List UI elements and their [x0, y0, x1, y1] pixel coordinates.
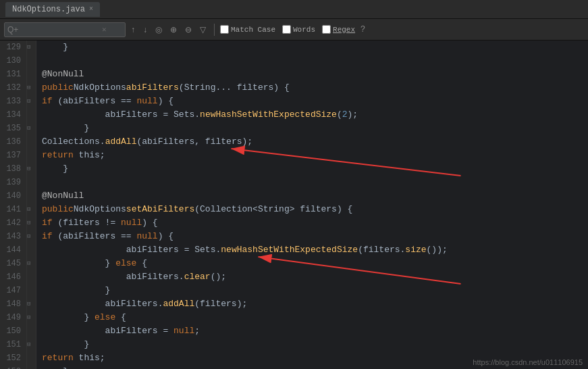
gutter-row: [27, 135, 36, 149]
gutter-row: ⊟: [27, 311, 36, 324]
search-input[interactable]: [7, 25, 102, 34]
gutter: ⊟⊟⊟⊟⊟⊟⊟⊟⊟⊟⊟⊟⊟: [27, 41, 36, 369]
match-case-checkbox[interactable]: [220, 25, 229, 34]
fold-icon[interactable]: ⊟: [27, 125, 30, 132]
search-input-wrap[interactable]: ✕: [4, 22, 126, 37]
table-row: abiFilters = Sets.newHashSetWithExpected…: [42, 243, 583, 257]
search-filter-button[interactable]: ▽: [197, 24, 209, 36]
left-panel: 1291301311321331341351361371381391401411…: [0, 41, 36, 369]
search-find-button[interactable]: ◎: [153, 24, 165, 36]
gutter-row: ⊟: [27, 297, 36, 311]
line-number: 143: [3, 230, 21, 243]
line-number: 153: [3, 365, 21, 369]
match-case-option: Match Case: [220, 25, 275, 34]
line-number: 130: [3, 54, 21, 68]
fold-icon[interactable]: ⊟: [27, 233, 30, 240]
words-option: Words: [282, 25, 315, 34]
gutter-row: ⊟: [27, 216, 36, 230]
line-number: 144: [3, 243, 21, 257]
line-number: 147: [3, 284, 21, 297]
tab-label: NdkOptions.java: [12, 5, 85, 14]
search-next-button[interactable]: ↓: [140, 24, 150, 36]
words-checkbox[interactable]: [282, 25, 291, 34]
line-number: 145: [3, 257, 21, 270]
fold-icon[interactable]: ⊟: [27, 341, 30, 348]
table-row: }: [42, 338, 583, 351]
fold-icon[interactable]: ⊟: [27, 98, 30, 105]
table-row: if (abiFilters == null) {: [42, 230, 583, 243]
table-row: @NonNull: [42, 189, 583, 203]
line-number: 140: [3, 189, 21, 203]
fold-icon[interactable]: ⊟: [27, 301, 30, 308]
match-case-label[interactable]: Match Case: [231, 26, 275, 34]
tab-close-icon[interactable]: ×: [89, 5, 93, 13]
line-number: 139: [3, 176, 21, 189]
fold-icon[interactable]: ⊟: [27, 314, 30, 321]
line-number: 146: [3, 270, 21, 284]
attribution: https://blog.csdn.net/u011106915: [473, 358, 583, 366]
table-row: } else {: [42, 311, 583, 324]
table-row: public NdkOptions abiFilters(String... f…: [42, 81, 583, 95]
gutter-row: ⊟: [27, 95, 36, 108]
fold-icon[interactable]: ⊟: [27, 206, 30, 213]
help-icon[interactable]: ?: [360, 25, 365, 34]
gutter-row: [27, 108, 36, 122]
line-number: 134: [3, 108, 21, 122]
table-row: if (filters != null) {: [42, 216, 583, 230]
line-numbers: 1291301311321331341351361371381391401411…: [0, 41, 27, 369]
table-row: }: [42, 122, 583, 135]
title-bar: NdkOptions.java ×: [0, 0, 588, 19]
gutter-row: ⊟: [27, 81, 36, 95]
fold-icon[interactable]: ⊟: [27, 44, 30, 51]
line-number: 142: [3, 216, 21, 230]
fold-icon[interactable]: ⊟: [27, 166, 30, 172]
table-row: return this;: [42, 149, 583, 162]
gutter-row: [27, 54, 36, 68]
regex-label[interactable]: Regex: [333, 26, 355, 34]
table-row: abiFilters.addAll(filters);: [42, 297, 583, 311]
search-extra2-button[interactable]: ⊖: [182, 24, 194, 36]
line-number: 149: [3, 311, 21, 324]
search-clear-icon: ✕: [102, 25, 107, 34]
table-row: public NdkOptions setAbiFilters(Collecti…: [42, 203, 583, 216]
regex-option: Regex: [322, 25, 355, 34]
gutter-row: [27, 68, 36, 81]
regex-checkbox[interactable]: [322, 25, 331, 34]
table-row: @NonNull: [42, 68, 583, 81]
gutter-row: [27, 270, 36, 284]
table-row: abiFilters = null;: [42, 324, 583, 338]
gutter-row: [27, 149, 36, 162]
table-row: }: [42, 41, 583, 54]
fold-icon[interactable]: ⊟: [27, 220, 30, 226]
gutter-row: ⊟: [27, 338, 36, 351]
table-row: Collections.addAll(abiFilters, filters);: [42, 135, 583, 149]
search-bar: ✕ ↑ ↓ ◎ ⊕ ⊖ ▽ Match Case Words Regex ?: [0, 19, 588, 41]
line-number: 133: [3, 95, 21, 108]
gutter-row: ⊟: [27, 230, 36, 243]
gutter-row: ⊟: [27, 365, 36, 369]
fold-icon[interactable]: ⊟: [27, 84, 30, 91]
search-prev-button[interactable]: ↑: [128, 24, 138, 36]
table-row: } else {: [42, 257, 583, 270]
search-divider: [214, 24, 215, 36]
words-label[interactable]: Words: [293, 26, 315, 34]
line-number: 136: [3, 135, 21, 149]
gutter-row: ⊟: [27, 257, 36, 270]
fold-icon[interactable]: ⊟: [27, 260, 30, 267]
table-row: if (abiFilters == null) {: [42, 95, 583, 108]
search-extra-button[interactable]: ⊕: [167, 24, 180, 36]
line-number: 131: [3, 68, 21, 81]
gutter-row: [27, 189, 36, 203]
gutter-row: [27, 176, 36, 189]
table-row: abiFilters.clear();: [42, 270, 583, 284]
code-area: 1291301311321331341351361371381391401411…: [0, 41, 588, 369]
line-number: 137: [3, 149, 21, 162]
gutter-row: [27, 351, 36, 365]
line-number: 141: [3, 203, 21, 216]
file-tab[interactable]: NdkOptions.java ×: [5, 2, 100, 17]
code-content[interactable]: } @NonNull public NdkOptions abiFilters(…: [36, 41, 588, 369]
gutter-row: ⊟: [27, 203, 36, 216]
line-number: 129: [3, 41, 21, 54]
gutter-row: ⊟: [27, 41, 36, 54]
line-number: 151: [3, 338, 21, 351]
